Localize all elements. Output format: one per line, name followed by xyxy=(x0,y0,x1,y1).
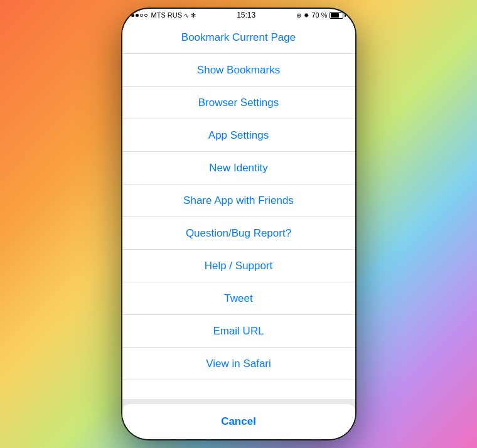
menu-item-label-bookmark-current: Bookmark Current Page xyxy=(181,31,296,44)
signal-dot-4 xyxy=(144,14,147,17)
menu-item-label-help-support: Help / Support xyxy=(205,260,273,272)
menu-item-label-app-settings: App Settings xyxy=(208,129,269,142)
menu-item-label-email-url: Email URL xyxy=(213,325,264,338)
signal-dots xyxy=(131,14,147,17)
menu-item-browser-settings[interactable]: Browser Settings xyxy=(122,87,355,119)
menu-list: Bookmark Current PageShow BookmarksBrows… xyxy=(122,21,355,399)
menu-item-email-url[interactable]: Email URL xyxy=(122,315,355,348)
menu-item-bookmark-current[interactable]: Bookmark Current Page xyxy=(122,21,355,54)
phone-screen: MTS RUS ∿ ✻ 15:13 ⊕ ✹ 70 % B xyxy=(122,9,355,439)
status-right: ⊕ ✹ 70 % xyxy=(296,11,346,19)
cancel-button[interactable]: Cancel xyxy=(122,404,355,439)
menu-item-label-tweet: Tweet xyxy=(224,292,252,305)
menu-item-label-show-bookmarks: Show Bookmarks xyxy=(197,64,280,77)
status-bar: MTS RUS ∿ ✻ 15:13 ⊕ ✹ 70 % xyxy=(122,9,355,21)
menu-item-label-share-app: Share App with Friends xyxy=(183,195,294,207)
menu-item-label-view-safari: View in Safari xyxy=(206,358,271,370)
menu-panel: Bookmark Current PageShow BookmarksBrows… xyxy=(122,21,355,399)
cancel-section: Cancel xyxy=(122,399,355,439)
menu-item-label-browser-settings: Browser Settings xyxy=(198,97,279,109)
screen-content: Bookmark Current PageShow BookmarksBrows… xyxy=(122,21,355,439)
phone-frame: MTS RUS ∿ ✻ 15:13 ⊕ ✹ 70 % B xyxy=(121,8,356,440)
carrier-label: MTS RUS xyxy=(151,11,183,19)
signal-dot-3 xyxy=(140,14,143,17)
status-left: MTS RUS ∿ ✻ xyxy=(131,11,196,19)
wifi-icon: ∿ xyxy=(184,12,189,19)
battery-percent-label: 70 % xyxy=(311,11,327,19)
menu-item-label-new-identity: New Identity xyxy=(209,162,268,174)
signal-icon: ✻ xyxy=(191,12,196,19)
menu-item-view-safari[interactable]: View in Safari xyxy=(122,348,355,380)
menu-item-new-identity[interactable]: New Identity xyxy=(122,152,355,184)
location-icon: ⊕ xyxy=(296,12,301,19)
menu-item-label-question-bug: Question/Bug Report? xyxy=(186,227,291,240)
bluetooth-icon: ✹ xyxy=(304,12,309,19)
menu-item-app-settings[interactable]: App Settings xyxy=(122,119,355,152)
battery-icon xyxy=(330,12,346,19)
menu-item-show-bookmarks[interactable]: Show Bookmarks xyxy=(122,54,355,87)
menu-item-tweet[interactable]: Tweet xyxy=(122,282,355,315)
menu-item-help-support[interactable]: Help / Support xyxy=(122,250,355,282)
signal-dot-1 xyxy=(131,14,134,17)
menu-item-question-bug[interactable]: Question/Bug Report? xyxy=(122,217,355,250)
signal-dot-2 xyxy=(136,14,139,17)
status-time: 15:13 xyxy=(237,11,255,19)
menu-item-share-app[interactable]: Share App with Friends xyxy=(122,184,355,217)
